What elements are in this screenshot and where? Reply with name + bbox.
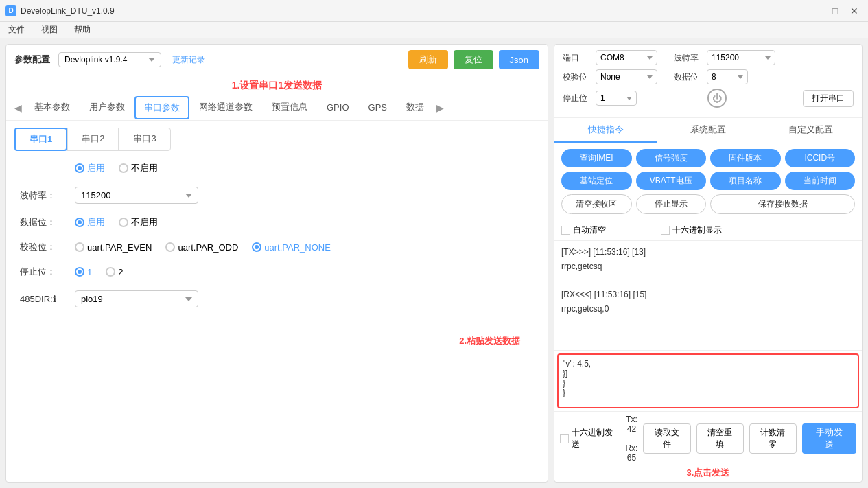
version-select[interactable]: Devloplink v1.9.4 <box>58 52 161 67</box>
baudrate-select[interactable]: 115200 <box>75 187 198 204</box>
step2-label: 2.粘贴发送数据 <box>459 335 520 347</box>
parity-radio-none[interactable]: uart.PAR_NONE <box>252 242 331 253</box>
tab-custom-config[interactable]: 自定义配置 <box>760 118 862 143</box>
menu-view[interactable]: 视图 <box>38 23 60 37</box>
update-log-link[interactable]: 更新记录 <box>172 54 205 66</box>
parity-dot-even <box>75 242 84 252</box>
send-line-3: } <box>563 388 854 397</box>
enable-label-enabled: 启用 <box>87 162 105 174</box>
parity-right-select[interactable]: None <box>596 69 657 84</box>
databits-radio-enabled[interactable]: 启用 <box>75 216 105 229</box>
hex-display-box <box>661 226 670 235</box>
read-file-button[interactable]: 读取文件 <box>643 423 690 454</box>
quick-btn-firmware[interactable]: 固件版本 <box>710 149 781 167</box>
parity-radio-odd[interactable]: uart.PAR_ODD <box>165 242 238 253</box>
left-header: 参数配置 Devloplink v1.9.4 更新记录 刷新 复位 Json <box>6 45 548 75</box>
quick-btn-time[interactable]: 当前时间 <box>785 172 856 190</box>
power-button[interactable]: ⏻ <box>707 89 727 108</box>
tab-data[interactable]: 数据 <box>397 95 434 120</box>
parity-radio-even[interactable]: uart.PAR_EVEN <box>75 242 152 253</box>
parity-label-odd: uart.PAR_ODD <box>178 242 238 253</box>
enable-label-disabled: 不启用 <box>131 162 158 174</box>
quick-btn-iccid[interactable]: ICCID号 <box>785 149 856 167</box>
quick-btn-project[interactable]: 项目名称 <box>710 172 781 190</box>
menu-file[interactable]: 文件 <box>5 23 27 37</box>
stopbits-right-select[interactable]: 1 <box>596 91 637 106</box>
quick-btn-vbatt[interactable]: VBATT电压 <box>636 172 707 190</box>
open-port-button[interactable]: 打开串口 <box>803 90 854 107</box>
quick-btn-save-recv[interactable]: 保存接收数据 <box>710 194 855 214</box>
tab-preset-info[interactable]: 预置信息 <box>262 95 317 120</box>
refresh-button[interactable]: 刷新 <box>408 50 448 69</box>
port-select[interactable]: COM8 <box>596 50 657 65</box>
nav-tabs: ◀ 基本参数 用户参数 串口参数 网络通道参数 预置信息 GPIO GPS 数据… <box>6 95 548 121</box>
quick-btn-cell[interactable]: 基站定位 <box>561 172 632 190</box>
quick-btn-imei[interactable]: 查询IMEI <box>561 149 632 167</box>
tab-network-params[interactable]: 网络通道参数 <box>189 95 262 120</box>
window-controls: — □ ✕ <box>808 3 863 19</box>
minimize-button[interactable]: — <box>808 3 824 19</box>
tab-quick-commands[interactable]: 快捷指令 <box>554 118 657 143</box>
nav-next-arrow[interactable]: ▶ <box>434 98 447 117</box>
tab-gps[interactable]: GPS <box>359 97 397 119</box>
send-line-0: "v": 4.5, <box>563 359 854 369</box>
maximize-button[interactable]: □ <box>827 3 843 19</box>
port-config: 端口 COM8 波特率 115200 校验位 None 数据位 8 <box>554 45 862 118</box>
stopbits-row: 停止位： 1 2 <box>20 266 534 278</box>
databits-row: 数据位： 启用 不启用 <box>20 216 534 229</box>
enable-radio-enabled[interactable]: 启用 <box>75 162 105 174</box>
reset-button[interactable]: 复位 <box>454 50 493 69</box>
titlebar: D DevelopLink_DTU_v1.0.9 — □ ✕ <box>0 0 868 22</box>
stopbits-label-2: 2 <box>118 267 123 277</box>
hex-display-checkbox[interactable]: 十六进制显示 <box>661 224 722 236</box>
count-clear-button[interactable]: 计数清零 <box>749 423 797 454</box>
tab-serial-params[interactable]: 串口参数 <box>134 96 189 119</box>
baudrate-label: 波特率： <box>20 189 75 202</box>
baudrate-right-select[interactable]: 115200 <box>707 50 775 65</box>
databits-right-select[interactable]: 8 <box>707 69 748 84</box>
port-row-3: 停止位 1 ⏻ 打开串口 <box>563 89 854 108</box>
sub-tab-serial2[interactable]: 串口2 <box>67 128 119 151</box>
baudrate-right-label: 波特率 <box>674 52 701 64</box>
tab-gpio[interactable]: GPIO <box>317 97 359 119</box>
auto-clear-checkbox[interactable]: 自动清空 <box>561 224 606 236</box>
auto-clear-box <box>561 226 570 235</box>
port-label: 端口 <box>563 52 590 64</box>
dir485-row: 485DIR:ℹ pio19 <box>20 290 534 307</box>
quick-btn-stop-display[interactable]: 停止显示 <box>636 194 707 214</box>
json-button[interactable]: Json <box>499 50 539 69</box>
radio-dot-disabled <box>119 163 128 173</box>
tab-basic-params[interactable]: 基本参数 <box>25 95 80 120</box>
sub-tab-serial3[interactable]: 串口3 <box>119 128 170 151</box>
stopbits-right-label: 停止位 <box>563 93 590 104</box>
quick-btn-clear-recv[interactable]: 清空接收区 <box>561 194 632 214</box>
dir485-select[interactable]: pio19 <box>75 290 198 307</box>
send-line-2: } <box>563 378 854 388</box>
parity-label: 校验位： <box>20 241 75 253</box>
send-area[interactable]: "v": 4.5, }] } } <box>557 353 859 408</box>
clear-fill-button[interactable]: 清空重填 <box>696 423 744 454</box>
hex-send-checkbox[interactable]: 十六进制发送 <box>560 427 620 450</box>
stopbits-radio-2[interactable]: 2 <box>106 267 123 277</box>
enable-radio-disabled[interactable]: 不启用 <box>119 162 158 174</box>
form-content: 启用 不启用 波特率： 115200 数据位： <box>6 151 548 482</box>
close-button[interactable]: ✕ <box>846 3 863 19</box>
auto-clear-label: 自动清空 <box>573 224 606 236</box>
databits-dot-disabled <box>119 218 128 227</box>
databits-radio-disabled[interactable]: 不启用 <box>119 216 158 229</box>
bottom-bar: 十六进制发送 Tx: 42 Rx: 65 读取文件 清空重填 计数清零 手动发送 <box>554 411 862 465</box>
checkbox-row: 自动清空 十六进制显示 <box>554 220 862 241</box>
quick-btn-signal[interactable]: 信号强度 <box>636 149 707 167</box>
quick-tabs: 快捷指令 系统配置 自定义配置 <box>554 118 862 143</box>
nav-prev-arrow[interactable]: ◀ <box>12 98 25 117</box>
manual-send-button[interactable]: 手动发送 <box>802 423 856 454</box>
port-row-2: 校验位 None 数据位 8 <box>563 69 854 84</box>
sub-tab-serial1[interactable]: 串口1 <box>14 128 67 151</box>
stopbits-label: 停止位： <box>20 266 75 278</box>
tab-system-config[interactable]: 系统配置 <box>657 118 759 143</box>
tab-user-params[interactable]: 用户参数 <box>80 95 134 120</box>
app-icon: D <box>5 5 16 16</box>
menu-help[interactable]: 帮助 <box>71 23 93 37</box>
stopbits-radio-1[interactable]: 1 <box>75 267 92 277</box>
step3-label: 3.点击发送 <box>554 465 862 480</box>
